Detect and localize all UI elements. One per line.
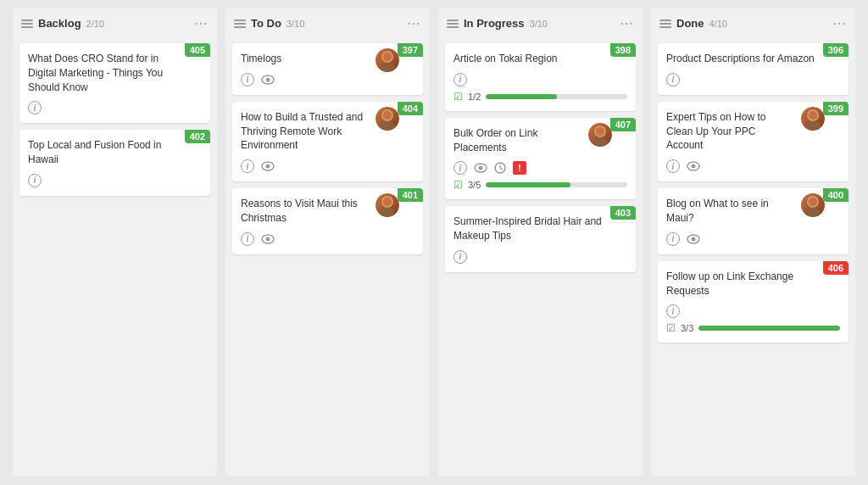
card-title: Summer-Inspired Bridal Hair and Makeup T… [453, 215, 627, 243]
eye-icon[interactable] [261, 161, 275, 171]
task-card[interactable]: 396Product Descriptions for Amazoni [658, 43, 849, 95]
column-menu-button[interactable]: ⋯ [194, 15, 209, 31]
card-footer: i [241, 73, 415, 86]
column-todo: To Do3/10⋯397 Timelogsi404 How to Build … [225, 8, 430, 477]
svg-point-30 [809, 198, 817, 206]
card-id-badge: 406 [823, 261, 849, 275]
info-icon[interactable]: i [453, 73, 467, 86]
card-footer: i [241, 159, 415, 173]
card-progress-row: ☑3/5 [453, 179, 627, 191]
info-icon[interactable]: i [453, 250, 467, 264]
column-menu-button[interactable]: ⋯ [832, 15, 847, 31]
column-menu-button[interactable]: ⋯ [407, 15, 421, 31]
info-icon[interactable]: i [666, 304, 680, 318]
svg-point-32 [692, 237, 696, 241]
svg-point-2 [383, 53, 392, 61]
svg-point-7 [383, 111, 392, 120]
card-footer: i [666, 159, 840, 173]
card-id-badge: 401 [398, 188, 423, 202]
progress-bar-fill [486, 94, 556, 99]
card-title: Product Descriptions for Amazon [666, 52, 840, 66]
svg-point-17 [596, 127, 604, 136]
info-icon[interactable]: i [241, 159, 254, 173]
column-header: Done4/10⋯ [651, 8, 855, 38]
svg-point-1 [380, 63, 395, 72]
svg-point-25 [809, 111, 817, 120]
info-icon[interactable]: i [666, 232, 680, 246]
task-card[interactable]: 403Summer-Inspired Bridal Hair and Makeu… [445, 206, 636, 272]
info-icon[interactable]: i [453, 161, 467, 175]
svg-line-22 [500, 168, 503, 170]
task-card[interactable]: 398Article on Tokai Regioni☑1/2 [445, 43, 636, 111]
card-footer: i [666, 232, 840, 246]
column-header: To Do3/10⋯ [225, 8, 430, 38]
info-icon[interactable]: i [241, 73, 254, 86]
progress-bar-container [698, 326, 840, 331]
svg-point-9 [266, 164, 270, 169]
task-card[interactable]: 401 Reasons to Visit Maui this Christmas… [232, 188, 423, 254]
card-footer: i [666, 304, 840, 318]
task-card[interactable]: 399 Expert Tips on How to Clean Up Your … [658, 102, 849, 181]
svg-point-16 [593, 137, 608, 147]
column-body: 398Article on Tokai Regioni☑1/2407 Bulk … [438, 38, 643, 477]
column-drag-handle[interactable] [659, 20, 671, 28]
clock-icon[interactable] [494, 162, 506, 174]
card-title: What Does CRO Stand for in Digital Marke… [28, 52, 202, 94]
card-id-badge: 396 [823, 43, 849, 57]
column-header: In Progress3/10⋯ [438, 8, 643, 38]
eye-icon[interactable] [687, 234, 700, 244]
card-id-badge: 397 [398, 43, 423, 57]
check-icon: ☑ [453, 91, 463, 103]
eye-icon[interactable] [687, 161, 700, 171]
column-title: Backlog [38, 17, 81, 30]
card-avatar [801, 107, 825, 131]
progress-text: 1/2 [468, 92, 481, 102]
column-body: 397 Timelogsi404 How to Build a Trusted … [225, 38, 430, 477]
card-avatar [588, 123, 612, 147]
column-body: 396Product Descriptions for Amazoni399 E… [651, 38, 855, 477]
svg-point-19 [479, 166, 483, 170]
card-id-badge: 398 [610, 43, 636, 57]
card-id-badge: 402 [185, 130, 210, 143]
card-id-badge: 400 [823, 188, 849, 202]
check-icon: ☑ [453, 179, 463, 191]
column-done: Done4/10⋯396Product Descriptions for Ama… [651, 8, 855, 477]
info-icon[interactable]: i [28, 101, 42, 114]
column-backlog: Backlog2/10⋯405What Does CRO Stand for i… [13, 8, 217, 477]
card-avatar [376, 48, 399, 72]
column-inprogress: In Progress3/10⋯398Article on Tokai Regi… [438, 8, 643, 477]
column-count: 4/10 [709, 19, 727, 29]
task-card[interactable]: 407 Bulk Order on Link Placementsi!☑3/5 [445, 118, 636, 200]
task-card[interactable]: 397 Timelogsi [232, 43, 423, 95]
column-drag-handle[interactable] [21, 20, 33, 28]
task-card[interactable]: 402Top Local and Fusion Food in Hawaiii [19, 130, 210, 196]
task-card[interactable]: 404 How to Build a Trusted and Thriving … [232, 102, 423, 181]
alert-icon[interactable]: ! [513, 161, 526, 175]
column-menu-button[interactable]: ⋯ [620, 15, 634, 31]
eye-icon[interactable] [261, 75, 275, 85]
card-id-badge: 399 [823, 102, 849, 115]
card-title: Follow up on Link Exchange Requests [666, 270, 840, 298]
progress-bar-fill [698, 326, 840, 331]
svg-point-4 [266, 77, 270, 81]
info-icon[interactable]: i [28, 174, 42, 187]
column-header-left: To Do3/10 [234, 17, 402, 30]
info-icon[interactable]: i [666, 73, 680, 86]
kanban-board: Backlog2/10⋯405What Does CRO Stand for i… [0, 0, 868, 485]
eye-icon[interactable] [474, 163, 487, 173]
card-progress-row: ☑1/2 [453, 91, 627, 103]
info-icon[interactable]: i [666, 159, 680, 173]
task-card[interactable]: 400 Blog on What to see in Maui?i [658, 188, 849, 254]
task-card[interactable]: 405What Does CRO Stand for in Digital Ma… [19, 43, 210, 123]
card-footer: i [453, 250, 627, 264]
svg-point-27 [692, 164, 696, 169]
column-drag-handle[interactable] [234, 20, 246, 28]
task-card[interactable]: 406Follow up on Link Exchange Requestsi☑… [658, 261, 849, 343]
card-id-badge: 403 [610, 206, 636, 220]
column-drag-handle[interactable] [447, 20, 459, 28]
svg-point-24 [805, 121, 821, 131]
info-icon[interactable]: i [241, 232, 254, 246]
eye-icon[interactable] [261, 234, 275, 244]
card-id-badge: 407 [610, 118, 636, 131]
card-title: Article on Tokai Region [453, 52, 627, 66]
